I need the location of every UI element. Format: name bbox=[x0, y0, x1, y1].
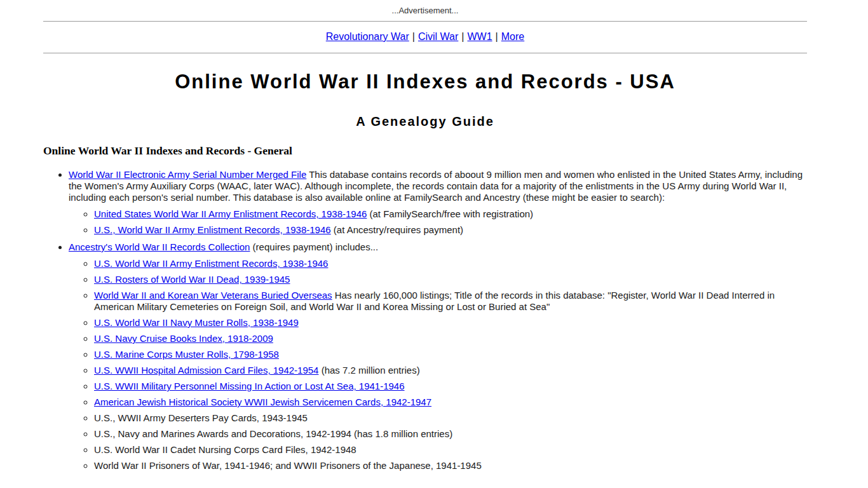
list-item: Ancestry's World War II Records Collecti… bbox=[69, 241, 807, 471]
list-item: U.S., WWII Army Deserters Pay Cards, 194… bbox=[94, 412, 807, 424]
record-description: (has 7.2 million entries) bbox=[318, 365, 419, 376]
list-item: U.S. WWII Military Personnel Missing In … bbox=[94, 381, 807, 392]
nav-divider bbox=[43, 53, 807, 53]
record-link[interactable]: U.S. Navy Cruise Books Index, 1918-2009 bbox=[94, 333, 273, 344]
record-description: World War II Prisoners of War, 1941-1946… bbox=[94, 460, 482, 471]
record-link[interactable]: World War II Electronic Army Serial Numb… bbox=[69, 169, 306, 180]
record-link[interactable]: American Jewish Historical Society WWII … bbox=[94, 396, 431, 407]
nav-separator: | bbox=[412, 31, 415, 42]
nav-separator: | bbox=[461, 31, 464, 42]
record-description: U.S. World War II Cadet Nursing Corps Ca… bbox=[94, 444, 356, 455]
list-item: U.S. WWII Hospital Admission Card Files,… bbox=[94, 365, 807, 376]
record-link[interactable]: U.S. World War II Army Enlistment Record… bbox=[94, 258, 328, 269]
record-link[interactable]: U.S. Marine Corps Muster Rolls, 1798-195… bbox=[94, 349, 279, 360]
nav-link-revolutionary-war[interactable]: Revolutionary War bbox=[326, 31, 409, 42]
page-subtitle: A Genealogy Guide bbox=[43, 114, 807, 129]
list-item: World War II Prisoners of War, 1941-1946… bbox=[94, 460, 807, 471]
record-description: U.S., Navy and Marines Awards and Decora… bbox=[94, 428, 452, 439]
nav-link-more[interactable]: More bbox=[501, 31, 524, 42]
list-item: U.S. World War II Cadet Nursing Corps Ca… bbox=[94, 444, 807, 456]
list-item: U.S. Navy Cruise Books Index, 1918-2009 bbox=[94, 333, 807, 344]
records-sublist: U.S. World War II Army Enlistment Record… bbox=[69, 258, 807, 471]
nav-link-ww1[interactable]: WW1 bbox=[468, 31, 492, 42]
record-link[interactable]: U.S. WWII Hospital Admission Card Files,… bbox=[94, 365, 318, 376]
list-item: U.S. World War II Army Enlistment Record… bbox=[94, 258, 807, 269]
record-description: U.S., WWII Army Deserters Pay Cards, 194… bbox=[94, 412, 308, 423]
top-navigation: Revolutionary War|Civil War|WW1|More bbox=[43, 22, 807, 53]
list-item: American Jewish Historical Society WWII … bbox=[94, 396, 807, 408]
records-list: World War II Electronic Army Serial Numb… bbox=[43, 169, 807, 471]
record-link[interactable]: U.S. Rosters of World War II Dead, 1939-… bbox=[94, 274, 290, 285]
record-link[interactable]: U.S., World War II Army Enlistment Recor… bbox=[94, 224, 331, 235]
section-heading: Online World War II Indexes and Records … bbox=[43, 144, 807, 157]
record-description: (requires payment) includes... bbox=[250, 241, 378, 252]
list-item: United States World War II Army Enlistme… bbox=[94, 208, 807, 220]
record-description: (at Ancestry/requires payment) bbox=[331, 224, 463, 235]
page-container: ...Advertisement... Revolutionary War|Ci… bbox=[43, 0, 807, 471]
record-link[interactable]: Ancestry's World War II Records Collecti… bbox=[69, 241, 250, 252]
list-item: World War II Electronic Army Serial Numb… bbox=[69, 169, 807, 236]
nav-link-civil-war[interactable]: Civil War bbox=[418, 31, 458, 42]
list-item: U.S., Navy and Marines Awards and Decora… bbox=[94, 428, 807, 440]
nav-separator: | bbox=[496, 31, 498, 42]
list-item: U.S. Marine Corps Muster Rolls, 1798-195… bbox=[94, 349, 807, 360]
list-item: U.S. Rosters of World War II Dead, 1939-… bbox=[94, 274, 807, 285]
list-item: World War II and Korean War Veterans Bur… bbox=[94, 290, 807, 313]
record-link[interactable]: U.S. WWII Military Personnel Missing In … bbox=[94, 381, 405, 391]
record-link[interactable]: World War II and Korean War Veterans Bur… bbox=[94, 290, 332, 301]
record-link[interactable]: United States World War II Army Enlistme… bbox=[94, 208, 367, 219]
record-link[interactable]: U.S. World War II Navy Muster Rolls, 193… bbox=[94, 317, 299, 328]
page-title: Online World War II Indexes and Records … bbox=[43, 71, 807, 93]
list-item: U.S., World War II Army Enlistment Recor… bbox=[94, 224, 807, 236]
list-item: U.S. World War II Navy Muster Rolls, 193… bbox=[94, 317, 807, 329]
advertisement-placeholder: ...Advertisement... bbox=[43, 0, 807, 21]
records-sublist: United States World War II Army Enlistme… bbox=[69, 208, 807, 236]
record-description: (at FamilySearch/free with registration) bbox=[367, 208, 533, 219]
